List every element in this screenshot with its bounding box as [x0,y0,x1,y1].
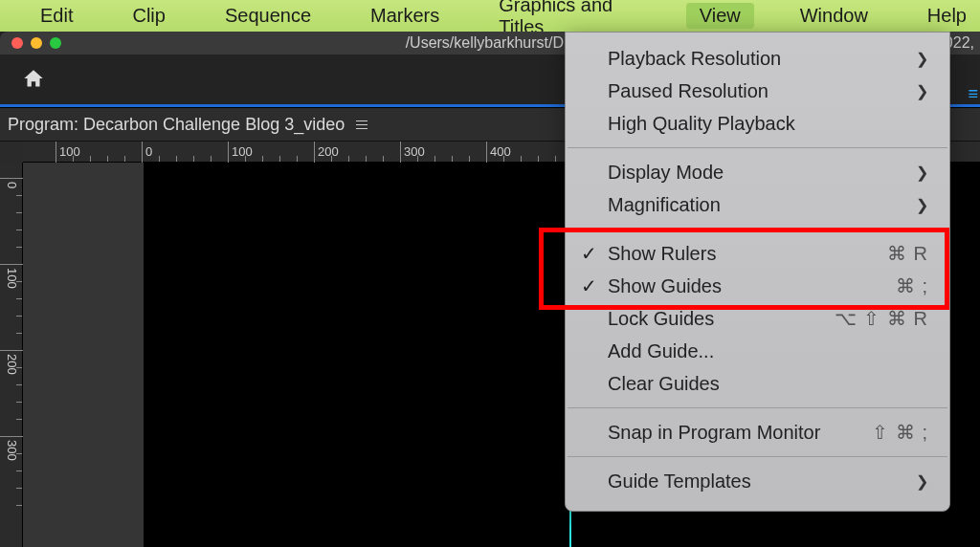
menu-item-label: Playback Resolution [608,48,781,70]
ruler-tick: 100 [0,264,23,289]
ruler-tick: 100 [56,142,80,163]
traffic-lights[interactable] [0,37,61,49]
ruler-tick: 0 [0,178,23,188]
vertical-ruler: 0100200300 [0,163,23,547]
menu-separator [568,407,947,408]
titlebar-path: /Users/kellybarkhurst/D [406,34,564,52]
menu-item-label: Guide Templates [608,470,751,492]
menu-view[interactable]: View [686,3,754,29]
ruler-tick: 400 [486,142,511,163]
ruler-tick: 300 [0,436,23,461]
menu-item-label: Show Guides [608,275,722,297]
minimize-window-button[interactable] [31,37,42,49]
menu-clip[interactable]: Clip [119,3,178,29]
ruler-tick: 300 [400,142,425,163]
chevron-right-icon: ❯ [916,164,928,182]
menu-item-show-rulers[interactable]: ✓Show Rulers⌘ R [566,237,949,270]
hamburger-icon[interactable]: ≡ [968,84,978,103]
menu-item-magnification[interactable]: Magnification❯ [566,188,949,221]
menu-separator [568,229,947,230]
home-icon[interactable] [21,67,46,92]
menu-item-label: Clear Guides [608,373,720,395]
menu-item-label: Snap in Program Monitor [608,422,820,444]
keyboard-shortcut: ⌘ R [887,242,928,265]
menu-item-clear-guides[interactable]: Clear Guides [566,367,949,400]
menu-separator [568,147,947,148]
menu-item-guide-templates[interactable]: Guide Templates❯ [566,465,949,497]
menu-markers[interactable]: Markers [357,3,453,29]
menu-item-label: Add Guide... [608,340,714,362]
menu-edit[interactable]: Edit [27,3,86,29]
menu-item-snap-in-program-monitor[interactable]: Snap in Program Monitor⇧ ⌘ ; [566,416,949,449]
menu-item-label: Paused Resolution [608,80,768,102]
keyboard-shortcut: ⌘ ; [896,274,928,297]
menu-sequence[interactable]: Sequence [212,3,324,29]
chevron-right-icon: ❯ [916,472,928,491]
keyboard-shortcut: ⇧ ⌘ ; [872,421,928,444]
ruler-tick: 200 [314,142,339,163]
program-panel-title: Program: Decarbon Challenge Blog 3_video [8,115,345,135]
menu-item-playback-resolution[interactable]: Playback Resolution❯ [566,42,949,75]
menu-item-label: Display Mode [608,162,724,184]
menu-item-label: Magnification [608,194,721,216]
chevron-right-icon: ❯ [916,196,928,214]
ruler-tick: 100 [228,142,253,163]
ruler-tick: 0 [142,142,152,163]
menu-help[interactable]: Help [914,3,980,29]
menu-item-add-guide[interactable]: Add Guide... [566,335,949,367]
zoom-window-button[interactable] [50,37,61,49]
chevron-right-icon: ❯ [916,50,928,68]
menu-item-label: Show Rulers [608,243,716,265]
check-icon: ✓ [581,274,597,297]
keyboard-shortcut: ⌥ ⇧ ⌘ R [835,307,928,330]
menu-item-lock-guides[interactable]: Lock Guides⌥ ⇧ ⌘ R [566,302,949,335]
menu-separator [568,456,947,457]
chevron-right-icon: ❯ [916,82,928,100]
menu-item-display-mode[interactable]: Display Mode❯ [566,156,949,188]
close-window-button[interactable] [11,37,23,49]
ruler-tick: 200 [0,350,23,375]
menu-window[interactable]: Window [787,3,881,29]
menu-item-label: High Quality Playback [608,113,795,135]
check-icon: ✓ [581,242,597,265]
menu-item-show-guides[interactable]: ✓Show Guides⌘ ; [566,270,949,302]
mac-menubar: EditClipSequenceMarkersGraphics and Titl… [0,0,980,32]
panel-menu-icon[interactable] [356,120,368,129]
menu-item-high-quality-playback[interactable]: High Quality Playback [566,107,949,140]
view-menu-dropdown: Playback Resolution❯Paused Resolution❯Hi… [565,32,950,512]
menu-item-paused-resolution[interactable]: Paused Resolution❯ [566,75,949,107]
menu-item-label: Lock Guides [608,308,714,330]
